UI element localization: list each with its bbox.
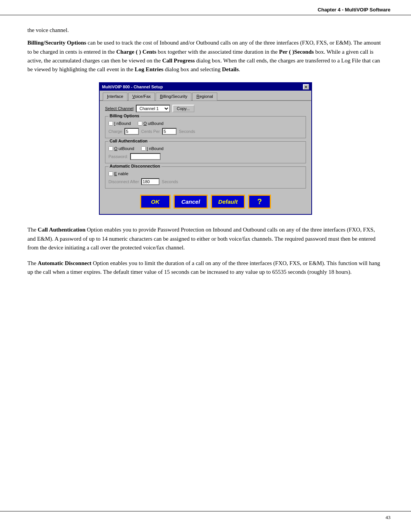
- auto-disconnect-bold: Automatic Disconnect: [38, 260, 91, 266]
- enable-checkbox-row: Enable: [108, 171, 303, 176]
- log-entries-bold: Log Entries: [135, 66, 163, 72]
- password-label: Password:: [108, 154, 128, 159]
- tab-billingsecurity[interactable]: Billing/Security: [156, 93, 191, 101]
- billing-inbound-label: I: [114, 121, 115, 126]
- enable-label-rest: nable: [118, 171, 128, 176]
- help-button[interactable]: ?: [248, 195, 271, 209]
- auth-inbound-label-rest: nBound: [149, 146, 164, 151]
- billing-security-text: Billing/Security Options can be used to …: [27, 38, 384, 74]
- per-seconds-bold: Per ( )Seconds: [279, 49, 314, 55]
- billing-outbound-item: OutBound: [138, 121, 164, 126]
- billing-input-row: Charge Cents Per Seconds: [108, 128, 303, 135]
- billing-checkbox-row: InBound OutBound: [108, 121, 303, 126]
- auto-disconnect-group: Automatic Disconnection Enable Disconnec…: [105, 166, 306, 189]
- auth-inbound-item: InBound: [141, 146, 164, 151]
- dialog-container: MultiVOIP 800 - Channel Setup × Interfac…: [99, 82, 312, 215]
- dialog-buttons: OK Cancel Default ?: [105, 192, 306, 210]
- cents-per-input[interactable]: [162, 128, 177, 135]
- enable-label: E: [114, 171, 117, 176]
- billing-security-bold: Billing/Security Options: [27, 40, 86, 46]
- charge-label: Charge: [108, 129, 122, 134]
- call-authentication-group: Call Authentication OutBound InBound: [105, 141, 306, 163]
- auto-disconnect-title: Automatic Disconnection: [108, 164, 161, 168]
- charge-input[interactable]: [124, 128, 139, 135]
- billing-outbound-label-rest: utBound: [148, 121, 164, 126]
- enable-checkbox[interactable]: [108, 171, 113, 176]
- tab-regional[interactable]: Regional: [192, 93, 217, 101]
- enable-item: Enable: [108, 171, 128, 176]
- intro-paragraph: the voice channel. Billing/Security Opti…: [27, 26, 384, 74]
- chapter-title: Chapter 4 - MultiVOIP Software: [318, 7, 390, 13]
- select-channel-label: Select Channel: [105, 106, 134, 111]
- cancel-button[interactable]: Cancel: [174, 195, 208, 209]
- disconnect-seconds-label: Seconds: [162, 179, 178, 184]
- auth-outbound-item: OutBound: [108, 146, 134, 151]
- voice-channel-text: the voice channel.: [27, 26, 384, 35]
- dialog-titlebar: MultiVOIP 800 - Channel Setup ×: [100, 83, 311, 91]
- dialog-title: MultiVOIP 800 - Channel Setup: [102, 85, 163, 89]
- billing-options-title: Billing Options: [108, 113, 140, 118]
- disconnect-after-input[interactable]: [141, 178, 159, 185]
- password-row: Password:: [108, 153, 303, 160]
- billing-inbound-label-rest: nBound: [116, 121, 131, 126]
- cents-per-label: Cents Per: [141, 129, 160, 134]
- ok-button[interactable]: OK: [140, 195, 170, 209]
- default-button[interactable]: Default: [211, 195, 245, 209]
- billing-inbound-checkbox[interactable]: [108, 121, 113, 126]
- auto-disconnect-content: Enable Disconnect After Seconds: [108, 171, 303, 185]
- dialog-window: MultiVOIP 800 - Channel Setup × Interfac…: [99, 82, 312, 215]
- copy-button[interactable]: Copy...: [172, 105, 194, 112]
- page-footer: 43: [0, 511, 411, 521]
- page-header: Chapter 4 - MultiVOIP Software: [0, 0, 411, 15]
- tab-interface[interactable]: Interface: [103, 93, 127, 101]
- password-input[interactable]: [130, 153, 161, 160]
- auth-inbound-checkbox[interactable]: [141, 146, 146, 151]
- details-bold: Details: [222, 66, 239, 72]
- call-auth-bold: Call Authentication: [38, 227, 85, 233]
- billing-outbound-checkbox[interactable]: [138, 121, 142, 126]
- close-button[interactable]: ×: [303, 84, 309, 89]
- auto-disconnect-paragraph: The Automatic Disconnect Option enables …: [27, 259, 384, 277]
- auth-outbound-label-rest: utBound: [119, 146, 134, 151]
- call-auth-checkbox-row: OutBound InBound: [108, 146, 303, 151]
- billing-seconds-label: Seconds: [179, 129, 195, 134]
- call-auth-paragraph: The Call Authentication Option enables y…: [27, 225, 384, 252]
- call-auth-content: OutBound InBound Password:: [108, 146, 303, 160]
- dialog-tabs: Interface Voice/Fax Billing/Security Reg…: [100, 91, 311, 101]
- auth-outbound-label: O: [114, 146, 118, 151]
- billing-inbound-item: InBound: [108, 121, 131, 126]
- content-area: the voice channel. Billing/Security Opti…: [0, 15, 411, 299]
- call-progress-bold: Call Progress: [162, 58, 195, 64]
- call-authentication-title: Call Authentication: [108, 139, 149, 143]
- page-number: 43: [386, 514, 390, 521]
- billing-options-content: InBound OutBound Charge Cents Per: [108, 121, 303, 135]
- tab-voicefax[interactable]: Voice/Fax: [128, 93, 155, 101]
- disconnect-after-row: Disconnect After Seconds: [108, 178, 303, 185]
- charge-bold: Charge ( ) Cents: [116, 49, 156, 55]
- disconnect-after-label: Disconnect After: [108, 179, 139, 184]
- dialog-body: Select Channel Channel 1 Copy... Billing…: [100, 101, 311, 214]
- billing-options-group: Billing Options InBound OutBound: [105, 116, 306, 138]
- select-channel-row: Select Channel Channel 1 Copy...: [105, 105, 306, 112]
- auth-inbound-label: I: [147, 146, 148, 151]
- billing-outbound-label: O: [143, 121, 147, 126]
- auth-outbound-checkbox[interactable]: [108, 146, 113, 151]
- channel-select[interactable]: Channel 1: [136, 105, 170, 112]
